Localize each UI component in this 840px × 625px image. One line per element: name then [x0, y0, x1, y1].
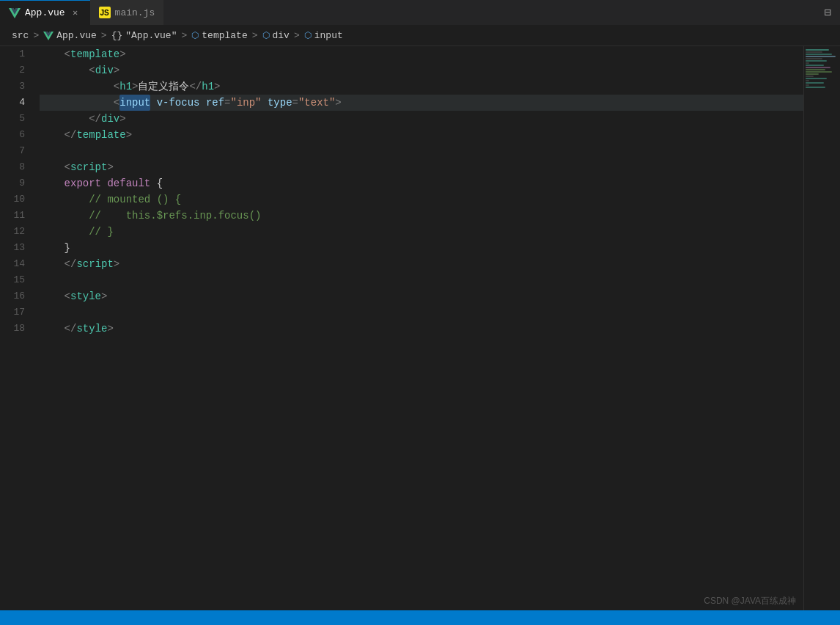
line-num-3: 3 [0, 78, 25, 95]
tag-script: script [70, 159, 107, 175]
bracket: < [65, 288, 70, 304]
tab-app-vue-label: App.vue [25, 7, 65, 18]
line-num-9: 9 [0, 175, 25, 191]
bracket: = [224, 95, 230, 111]
line-num-15: 15 [0, 272, 25, 288]
line-num-16: 16 [0, 288, 25, 304]
minimap-line-5 [806, 58, 822, 59]
minimap-line-1 [806, 49, 829, 51]
bracket: </ [65, 127, 77, 143]
attr-ref: ref [206, 95, 224, 111]
indent [40, 240, 65, 256]
tabs-container: App.vue ✕ JS main.js [0, 0, 163, 25]
tab-app-vue[interactable]: App.vue ✕ [0, 0, 90, 25]
bracket: < [65, 159, 70, 175]
bracket: > [335, 95, 341, 111]
bracket: > [114, 256, 119, 272]
breadcrumb-sep-4: > [252, 30, 258, 41]
string-inp: "inp" [231, 95, 262, 111]
minimap-line-11 [806, 71, 832, 73]
minimap-line-2 [806, 51, 822, 53]
code-line-18: </style> [40, 321, 840, 337]
bracket: > [132, 78, 138, 95]
tag-h1-close: h1 [202, 78, 214, 95]
line-num-18: 18 [0, 321, 25, 337]
bracket: = [292, 95, 298, 111]
line-num-4: 4 [0, 95, 25, 111]
minimap [803, 46, 840, 610]
bracket: </ [65, 321, 77, 337]
code-line-12: // } [40, 224, 840, 240]
indent [40, 78, 114, 95]
bracket: > [119, 46, 125, 62]
minimap-line-18 [806, 87, 825, 88]
indent [40, 191, 89, 208]
breadcrumb-app-vue-quoted: "App.vue" [125, 30, 177, 41]
indent [40, 288, 65, 304]
breadcrumb-src: src [12, 30, 29, 41]
indent [40, 256, 65, 272]
indent [40, 175, 65, 191]
line-num-5: 5 [0, 111, 25, 127]
space [199, 95, 205, 111]
code-lines[interactable]: <template> <div> <h1>自定义指令</h1> <input v… [37, 46, 840, 610]
minimap-line-17 [806, 84, 809, 86]
breadcrumb-comp-icon-3: ⬡ [304, 30, 312, 41]
attr-v-focus: v-focus [157, 95, 200, 111]
minimap-line-12 [806, 73, 819, 75]
bracket: < [114, 95, 119, 111]
bracket: > [107, 321, 113, 337]
code-line-17 [40, 304, 840, 321]
line-num-7: 7 [0, 143, 25, 159]
minimap-line-16 [806, 82, 824, 84]
breadcrumb: src > App.vue > {} "App.vue" > ⬡ templat… [0, 26, 840, 46]
indent [40, 224, 89, 240]
code-line-14: </script> [40, 256, 840, 272]
tab-main-js-label: main.js [115, 7, 155, 18]
code-line-2: <div> [40, 62, 840, 78]
indent [40, 62, 89, 78]
space [150, 175, 156, 191]
tag-script-close: script [76, 256, 113, 272]
tag-style: style [70, 288, 101, 304]
tag-div: div [95, 62, 114, 78]
bracket: </ [89, 111, 101, 127]
code-area: 1 2 3 4 5 6 7 8 9 10 11 12 13 14 15 16 1… [0, 46, 840, 610]
split-editor-icon[interactable]: ⊟ [815, 5, 840, 20]
breadcrumb-input: input [314, 30, 343, 41]
bracket: > [214, 78, 220, 95]
comment-close: // } [89, 224, 114, 240]
code-line-6: </template> [40, 127, 840, 143]
space [262, 95, 268, 111]
bracket: < [114, 78, 119, 95]
minimap-line-7 [806, 62, 809, 64]
space [101, 175, 107, 191]
code-line-16: <style> [40, 288, 840, 304]
indent [40, 127, 65, 143]
bracket: > [114, 62, 119, 78]
minimap-line-14 [806, 78, 827, 79]
breadcrumb-comp-icon-1: ⬡ [191, 30, 199, 41]
tag-template: template [70, 46, 119, 62]
tab-bar: App.vue ✕ JS main.js ⊟ [0, 0, 840, 26]
line-numbers: 1 2 3 4 5 6 7 8 9 10 11 12 13 14 15 16 1… [0, 46, 37, 610]
breadcrumb-sep-1: > [33, 30, 39, 41]
tab-close-app-vue[interactable]: ✕ [70, 7, 81, 19]
brace-close: } [65, 240, 70, 256]
tag-style-close: style [76, 321, 107, 337]
breadcrumb-sep-3: > [181, 30, 187, 41]
indent [40, 95, 114, 111]
bracket: </ [65, 256, 77, 272]
tab-main-js[interactable]: JS main.js [90, 0, 164, 25]
line-num-1: 1 [0, 46, 25, 62]
code-content: 1 2 3 4 5 6 7 8 9 10 11 12 13 14 15 16 1… [0, 46, 840, 610]
code-line-15 [40, 272, 840, 288]
watermark: CSDN @JAVA百练成神 [704, 595, 796, 607]
line-num-12: 12 [0, 224, 25, 240]
minimap-line-15 [806, 80, 809, 81]
status-bar [0, 610, 840, 625]
brace-open: { [157, 175, 163, 191]
js-icon: JS [99, 7, 111, 18]
code-line-7 [40, 143, 840, 159]
attr-type: type [268, 95, 292, 111]
